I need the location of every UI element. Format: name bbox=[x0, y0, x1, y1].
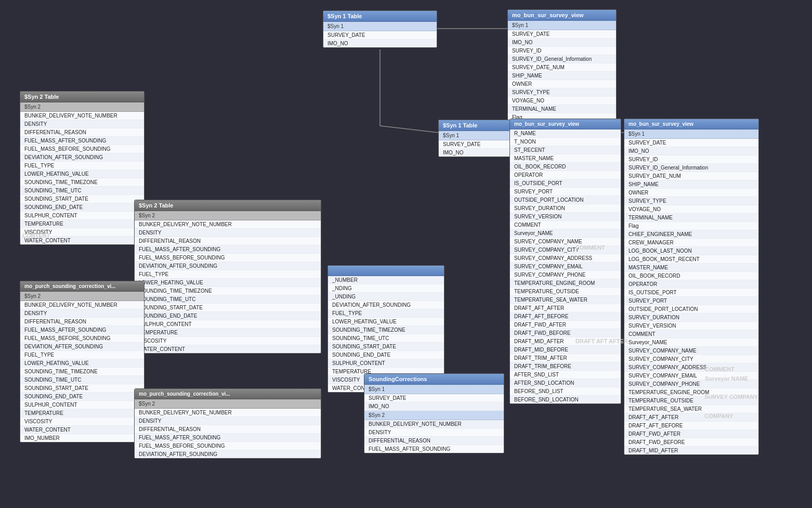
canvas: $Syn 1 Table $Syn 1 SURVEY_DATE IMO_NO m… bbox=[0, 0, 812, 508]
syn1-table-top: $Syn 1 Table $Syn 1 SURVEY_DATE IMO_NO bbox=[323, 10, 437, 48]
table-row: VISCOSITY bbox=[20, 418, 144, 426]
table-row: FUEL_MASS_AFTER_SOUNDING bbox=[20, 326, 144, 334]
table-row: IS_OUTSIDE_PORT bbox=[624, 289, 758, 297]
table-row: SURVEY_ID bbox=[508, 47, 616, 55]
table-row: SURVEY_PORT bbox=[510, 188, 621, 196]
table-row: TERMINAL_NAME bbox=[508, 105, 616, 113]
table-row: TEMPERATURE_OUTSIDE bbox=[510, 288, 621, 296]
table-row: DRAFT_MID_BEFORE bbox=[510, 346, 621, 354]
table-row: IS_OUTSIDE_PORT bbox=[510, 179, 621, 188]
table-row: T_NOON bbox=[510, 138, 621, 146]
table-row: SOUNDING_TIME_UTC bbox=[328, 334, 444, 343]
table-row: SOUNDING_TIME_UTC bbox=[135, 295, 321, 304]
table-row: FUEL_MASS_AFTER_SOUNDING bbox=[135, 434, 321, 442]
table-row: SURVEY_ID bbox=[624, 155, 758, 164]
table-row: R_NAME bbox=[510, 129, 621, 138]
table-row: SOUNDING_TIME_UTC bbox=[20, 187, 144, 195]
table-row: DENSITY bbox=[20, 309, 144, 318]
table-row: DRAFT_FWD_BEFORE bbox=[624, 438, 758, 447]
table-row: DENSITY bbox=[364, 428, 504, 437]
table-row: SOUNDING_END_DATE bbox=[328, 351, 444, 359]
table-row: DRAFT_TRIM_AFTER bbox=[510, 354, 621, 362]
mo-bun-sur-top: mo_bun_sur_survey_view $Syn 1 SURVEY_DAT… bbox=[507, 9, 617, 122]
table-row: TEMPERATURE bbox=[20, 409, 144, 418]
table-row: AFTER_SND_LOCATION bbox=[510, 379, 621, 387]
table-row: SURVEY_DATE bbox=[364, 394, 504, 402]
table-row: BEFORE_SND_LOCATION bbox=[510, 396, 621, 403]
table-row: DRAFT_FWD_BEFORE bbox=[510, 329, 621, 337]
syn2-table-mid: $Syn 2 Table $Syn 2 BUNKER_DELIVERY_NOTE… bbox=[134, 200, 321, 354]
syn1-top-header: $Syn 1 Table bbox=[323, 11, 437, 22]
table-row: SURVEY_COMPANY_PHONE bbox=[510, 271, 621, 279]
table-row: SURVEY_TYPE bbox=[624, 197, 758, 205]
table-row: SULPHUR_CONTENT bbox=[20, 212, 144, 220]
table-row: FUEL_TYPE bbox=[20, 351, 144, 359]
table-row: SOUNDING_START_DATE bbox=[20, 384, 144, 393]
table-row: DIFFERENTIAL_REASON bbox=[364, 437, 504, 445]
syn2-mid-subheader: $Syn 2 bbox=[135, 211, 321, 220]
partial-mid-header bbox=[328, 266, 444, 276]
mo-purch-mid-subheader: $Syn 2 bbox=[135, 399, 321, 409]
table-row: DRAFT_MID_AFTER bbox=[624, 447, 758, 454]
table-row: DRAFT_TRIM_BEFORE bbox=[510, 362, 621, 371]
table-row: SOUNDING_END_DATE bbox=[20, 393, 144, 401]
table-row: SURVEY_VERSION bbox=[510, 213, 621, 221]
table-row: OUTSIDE_PORT_LOCATION bbox=[510, 196, 621, 204]
table-row: TEMPERATURE_ENGINE_ROOM bbox=[510, 279, 621, 288]
table-row: DRAFT_AFT_BEFORE bbox=[510, 312, 621, 321]
table-row: SOUNDING_START_DATE bbox=[135, 304, 321, 312]
table-row: DEVIATION_AFTER_SOUNDING bbox=[20, 153, 144, 162]
table-row: VOYAGE_NO bbox=[508, 97, 616, 105]
table-row: DRAFT_AFT_AFTER bbox=[624, 413, 758, 422]
table-row: DRAFT_AFT_AFTER bbox=[510, 304, 621, 312]
table-row: VISCOSITY bbox=[135, 337, 321, 345]
table-row: LOG_BOOK_LAST_NOON bbox=[624, 247, 758, 255]
table-row: SURVEY_COMPANY_CITY bbox=[624, 355, 758, 363]
table-row: TEMPERATURE bbox=[20, 220, 144, 228]
table-row: SOUNDING_TIME_TIMEZONE bbox=[328, 326, 444, 334]
table-row: SURVEY_PORT bbox=[624, 297, 758, 305]
table-row: IMO_NUMBER bbox=[20, 434, 144, 442]
table-row: OUTSIDE_PORT_LOCATION bbox=[624, 305, 758, 314]
surveyor-name-label: Surveyor NAME bbox=[705, 375, 748, 382]
table-row: LOWER_HEATING_VALUE bbox=[20, 359, 144, 368]
mo-bun-top-subheader: $Syn 1 bbox=[508, 21, 616, 30]
table-row: SURVEY_ID_General_Information bbox=[508, 55, 616, 63]
comment-label-mid: COMMENT bbox=[575, 244, 605, 251]
mo-purch-mid: mo_purch_sounding_correction_vi... $Syn … bbox=[134, 388, 321, 459]
table-row: BEFORE_SND_LIST bbox=[510, 387, 621, 396]
table-row: BUNKER_DELIVERY_NOTE_NUMBER bbox=[20, 112, 144, 120]
table-row: VOYAGE_NO bbox=[624, 205, 758, 214]
table-row: DEVIATION_AFTER_SOUNDING bbox=[20, 343, 144, 351]
table-row: SURVEY_COMPANY_EMAIL bbox=[510, 263, 621, 271]
sc-subheader1: $Syn 1 bbox=[364, 385, 504, 394]
table-row: SURVEY_DATE bbox=[624, 139, 758, 147]
table-row: SOUNDING_START_DATE bbox=[328, 343, 444, 351]
table-row: SOUNDING_END_DATE bbox=[135, 312, 321, 320]
table-row: _NUMBER bbox=[328, 276, 444, 284]
table-row: MASTER_NAME bbox=[624, 264, 758, 272]
table-row: BUNKER_DELIVERY_NOTE_NUMBER bbox=[20, 301, 144, 309]
table-row: TERMINAL_NAME bbox=[624, 214, 758, 222]
mo-bun-far-right: mo_bun_sur_survey_view $Syn 1 SURVEY_DAT… bbox=[624, 119, 759, 455]
table-row: TEMPERATURE_SEA_WATER bbox=[510, 296, 621, 304]
mo-bun-mid-header: mo_bun_sur_survey_view bbox=[510, 119, 621, 129]
table-row: OIL_BOOK_RECORD bbox=[624, 272, 758, 280]
table-row: IMO_NO bbox=[323, 40, 437, 47]
syn2-top-header: $Syn 2 Table bbox=[20, 92, 144, 102]
table-row: FUEL_TYPE bbox=[20, 162, 144, 170]
table-row: BUNKER_DELIVERY_NOTE_NUMBER bbox=[135, 409, 321, 417]
table-row: SURVEY_ID_General_Information bbox=[624, 164, 758, 172]
table-row: OIL_BOOK_RECORD bbox=[510, 163, 621, 171]
table-row: SULPHUR_CONTENT bbox=[328, 359, 444, 368]
survey-company-label: SURVEY COMPANY bbox=[704, 394, 758, 400]
content-label: CONTENT bbox=[22, 232, 50, 239]
table-row: DEVIATION_AFTER_SOUNDING bbox=[135, 262, 321, 270]
table-row: SHIP_NAME bbox=[624, 180, 758, 189]
table-row: SOUNDING_TIME_UTC bbox=[20, 376, 144, 384]
table-row: BUNKER_DELIVERY_NOTE_NUMBER bbox=[135, 220, 321, 229]
sounding-corrections-table: SoundingCorrections $Syn 1 SURVEY_DATE I… bbox=[364, 373, 504, 453]
svg-line-2 bbox=[380, 126, 438, 133]
sounding-corrections-header: SoundingCorrections bbox=[364, 374, 504, 385]
table-row: SURVEY_DURATION bbox=[510, 204, 621, 213]
